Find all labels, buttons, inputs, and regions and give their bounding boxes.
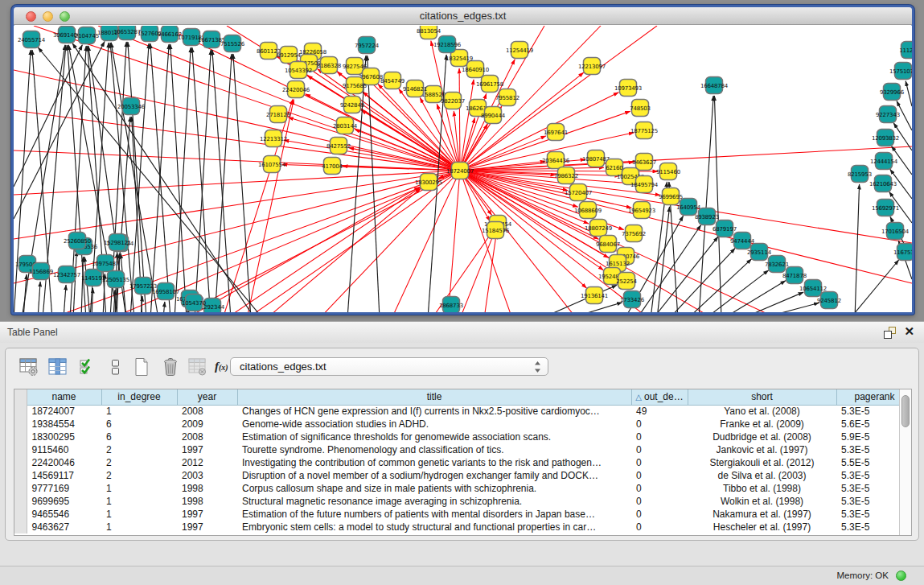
table-cell[interactable]: 1997	[177, 443, 237, 456]
table-row[interactable]: 1456911722003Disruption of a novel membe…	[14, 469, 899, 482]
column-header-in_degree[interactable]: in_degree	[101, 389, 177, 405]
close-button[interactable]	[26, 11, 36, 22]
graph-node[interactable]: 8215953	[848, 166, 872, 183]
graph-node[interactable]: 1868733	[439, 297, 463, 313]
graph-node[interactable]: 8427552	[326, 138, 351, 154]
new-document-icon[interactable]	[131, 356, 152, 377]
table-cell[interactable]: 5.3E-5	[836, 405, 899, 418]
column-header-year[interactable]: year	[177, 389, 237, 405]
table-cell[interactable]: 2	[101, 469, 177, 482]
graph-node[interactable]: 1697641	[544, 124, 568, 141]
table-cell[interactable]: 1998	[177, 482, 237, 495]
table-cell[interactable]: 19384554	[27, 418, 101, 431]
graph-node[interactable]: 7515526	[220, 35, 245, 52]
table-cell[interactable]: 9777169	[27, 482, 101, 495]
vertical-scrollbar[interactable]	[899, 389, 911, 535]
graph-node[interactable]: 9146821	[403, 80, 427, 97]
graph-node[interactable]: 10688609	[574, 202, 602, 219]
table-row[interactable]: 977716911998Corpus callosum shape and si…	[14, 482, 899, 495]
table-cell[interactable]: 0	[631, 456, 688, 469]
table-cell[interactable]: Wolkin et al. (1998)	[688, 495, 836, 508]
select-all-icon[interactable]	[78, 356, 99, 377]
graph-node[interactable]: 12342757	[53, 266, 80, 283]
graph-node[interactable]: 9699695	[659, 188, 683, 205]
table-cell[interactable]: Investigating the contribution of common…	[237, 456, 631, 469]
show-columns-icon[interactable]	[47, 356, 68, 377]
table-cell[interactable]: 5.5E-5	[836, 456, 899, 469]
table-cell[interactable]: 18724007	[27, 405, 101, 418]
float-window-icon[interactable]	[883, 326, 897, 340]
table-cell[interactable]: Franke et al. (2009)	[688, 418, 836, 431]
graph-node[interactable]: 8186328	[317, 57, 341, 74]
graph-node[interactable]: 16210643	[869, 175, 897, 192]
table-cell[interactable]: 1	[101, 495, 177, 508]
graph-node[interactable]: 9115460	[656, 163, 680, 180]
close-icon[interactable]: ✕	[904, 324, 914, 339]
table-cell[interactable]: Hescheler et al. (1997)	[688, 521, 836, 534]
table-cell[interactable]: 22420046	[27, 456, 101, 469]
table-cell[interactable]: 1	[101, 405, 177, 418]
table-cell[interactable]: 1997	[177, 508, 237, 521]
graph-node[interactable]: 11254419	[506, 42, 533, 59]
graph-node[interactable]: 8454749	[380, 72, 405, 89]
table-cell[interactable]: Changes of HCN gene expression and I(f) …	[237, 405, 631, 418]
graph-node[interactable]: 9329966	[880, 84, 905, 101]
graph-node[interactable]: 16648784	[700, 77, 729, 94]
network-selector-dropdown[interactable]: citations_edges.txt	[230, 357, 548, 376]
table-cell[interactable]: 2009	[177, 418, 237, 431]
table-cell[interactable]: 2003	[177, 469, 237, 482]
table-cell[interactable]: Tibbo et al. (1998)	[688, 482, 836, 495]
table-cell[interactable]: 0	[631, 418, 688, 431]
table-cell[interactable]: 0	[631, 469, 688, 482]
graph-node[interactable]: 6879197	[713, 220, 737, 237]
table-cell[interactable]: 49	[631, 405, 688, 418]
graph-node[interactable]: 748503	[630, 100, 651, 117]
graph-node[interactable]: 12213097	[578, 58, 606, 75]
graph-node[interactable]: 9822037	[441, 93, 465, 109]
column-header-pagerank[interactable]: pagerank	[836, 389, 899, 405]
table-cell[interactable]: Tourette syndrome. Phenomenology and cla…	[237, 443, 631, 456]
graph-node[interactable]: 2803144	[333, 117, 358, 134]
graph-node[interactable]: 252254	[616, 273, 637, 290]
table-cell[interactable]: 5.3E-5	[836, 495, 899, 508]
unselect-all-icon[interactable]	[105, 356, 126, 377]
graph-node[interactable]: 17016504	[881, 223, 910, 240]
table-row[interactable]: 911546021997Tourette syndrome. Phenomeno…	[14, 443, 899, 456]
graph-node[interactable]: 12093832	[872, 130, 899, 146]
table-cell[interactable]: 1998	[177, 495, 237, 508]
graph-node[interactable]: 15751074	[889, 63, 912, 80]
graph-node[interactable]: 9242848	[340, 97, 364, 113]
table-cell[interactable]: 1	[101, 521, 177, 534]
network-canvas[interactable]: 1872400786011238912954182260589827509105…	[14, 26, 912, 312]
table-cell[interactable]: 0	[631, 508, 688, 521]
graph-node[interactable]: 18807249	[585, 220, 612, 237]
table-row[interactable]: 969969511998Structural magnetic resonanc…	[14, 495, 899, 508]
table-cell[interactable]: 1	[101, 482, 177, 495]
delete-trash-icon[interactable]	[160, 356, 181, 377]
column-header-out_de[interactable]: △out_de…	[631, 389, 688, 405]
table-cell[interactable]: 2008	[177, 431, 237, 443]
table-cell[interactable]: 5.3E-5	[836, 482, 899, 495]
table-cell[interactable]: 2	[101, 456, 177, 469]
graph-node[interactable]: 8813054	[417, 26, 441, 39]
table-cell[interactable]: Structural magnetic resonance image aver…	[237, 495, 631, 508]
graph-node[interactable]: 7832621	[765, 256, 789, 273]
table-cell[interactable]: 0	[631, 521, 688, 534]
table-cell[interactable]: 0	[631, 495, 688, 508]
table-cell[interactable]: 9699695	[27, 495, 101, 508]
graph-node[interactable]: 7957224	[355, 37, 380, 54]
table-cell[interactable]: 5.3E-5	[836, 443, 899, 456]
table-cell[interactable]: 5.3E-5	[836, 508, 899, 521]
table-cell[interactable]: 9465546	[27, 508, 101, 521]
graph-node[interactable]: 19136141	[581, 287, 608, 304]
graph-node[interactable]: 1640954	[676, 199, 701, 216]
table-cell[interactable]: 9463627	[27, 521, 101, 534]
graph-node[interactable]: 1054370	[182, 295, 206, 311]
graph-node[interactable]: 24055714	[18, 31, 46, 48]
table-cell[interactable]: 5.3E-5	[836, 521, 899, 534]
graph-node[interactable]: 111274	[899, 42, 912, 59]
table-cell[interactable]: de Silva et al. (2003)	[688, 469, 836, 482]
table-cell[interactable]: Nakamura et al. (1997)	[688, 508, 836, 521]
table-cell[interactable]: 0	[631, 431, 688, 443]
graph-node[interactable]: 2718129	[266, 106, 290, 123]
